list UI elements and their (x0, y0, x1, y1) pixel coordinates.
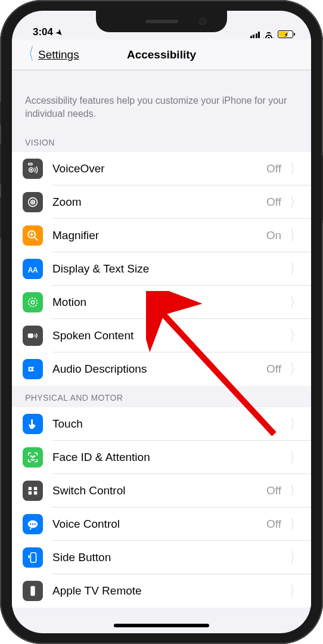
svg-rect-21 (29, 491, 32, 495)
chevron-right-icon: 〉 (290, 360, 299, 379)
settings-list: Touch〉Face ID & Attention〉Switch Control… (12, 407, 311, 608)
svg-point-17 (31, 456, 32, 457)
row-label: Magnifier (52, 229, 266, 242)
settings-row[interactable]: Switch ControlOff〉 (12, 474, 311, 507)
volume-down-button (0, 197, 1, 239)
switch-icon (23, 481, 43, 501)
settings-row[interactable]: Voice ControlOff〉 (12, 507, 311, 541)
row-label: Side Button (52, 551, 287, 564)
row-label: Display & Text Size (52, 262, 287, 275)
settings-row[interactable]: Spoken Content〉 (12, 319, 311, 352)
settings-row[interactable]: Motion〉 (12, 286, 311, 319)
row-value: Off (266, 518, 281, 531)
svg-text:A: A (33, 266, 38, 274)
row-value: Off (266, 363, 281, 376)
chevron-right-icon: 〉 (290, 548, 299, 567)
svg-rect-27 (30, 553, 36, 563)
chevron-right-icon: 〉 (290, 226, 299, 245)
settings-row[interactable]: Audio DescriptionsOff〉 (12, 352, 311, 386)
settings-row[interactable]: Side Button〉 (12, 541, 311, 574)
row-value: Off (266, 484, 281, 497)
chevron-right-icon: 〉 (290, 481, 299, 500)
settings-row[interactable]: AADisplay & Text Size〉 (12, 252, 311, 286)
chevron-right-icon: 〉 (290, 259, 299, 278)
scroll-content[interactable]: Accessibility features help you customiz… (12, 70, 311, 633)
row-label: Zoom (52, 196, 266, 209)
row-label: Touch (52, 417, 287, 431)
svg-rect-0 (29, 163, 32, 165)
settings-row[interactable]: VoiceOverOff〉 (12, 152, 311, 185)
row-label: Audio Descriptions (52, 363, 266, 376)
page-description: Accessibility features help you customiz… (12, 70, 311, 131)
chevron-right-icon: 〉 (290, 448, 299, 467)
speaker (145, 20, 178, 23)
chevron-right-icon: 〉 (290, 293, 299, 312)
page-title: Accessibility (127, 48, 196, 61)
voicectl-icon (23, 514, 43, 534)
svg-rect-29 (30, 586, 35, 596)
chevron-right-icon: 〉 (290, 515, 299, 534)
navigation-bar: 〈 Settings Accessibility (12, 39, 311, 70)
motion-icon (23, 292, 43, 312)
settings-row[interactable]: Apple TV Remote〉 (12, 574, 311, 608)
svg-rect-22 (34, 491, 38, 495)
back-button[interactable]: 〈 Settings (20, 48, 79, 61)
zoom-icon (23, 192, 43, 212)
voiceover-icon (23, 159, 43, 179)
row-label: Motion (52, 296, 287, 309)
chevron-right-icon: 〉 (290, 193, 299, 212)
spoken-icon (23, 326, 43, 346)
row-label: VoiceOver (52, 162, 266, 175)
location-icon: ➤ (54, 27, 65, 38)
settings-row[interactable]: ZoomOff〉 (12, 185, 311, 219)
front-camera (199, 18, 206, 25)
screen: 3:04 ➤ ⚡︎ 〈 Settings Accessibility Acces… (12, 11, 311, 633)
svg-point-5 (32, 202, 33, 203)
chevron-right-icon: 〉 (290, 414, 299, 434)
phone-frame: 3:04 ➤ ⚡︎ 〈 Settings Accessibility Acces… (0, 0, 323, 644)
cellular-signal-icon (250, 31, 260, 38)
settings-row[interactable]: MagnifierOn〉 (12, 219, 311, 252)
row-value: On (266, 229, 281, 242)
touch-icon (23, 414, 43, 434)
home-indicator[interactable] (114, 624, 209, 627)
chevron-right-icon: 〉 (290, 326, 299, 345)
row-value: Off (266, 162, 281, 175)
svg-point-18 (34, 456, 35, 457)
row-label: Spoken Content (52, 329, 287, 342)
chevron-right-icon: 〉 (290, 581, 299, 600)
back-label: Settings (38, 48, 79, 61)
sidebtn-icon (23, 547, 43, 568)
volume-up-button (0, 143, 1, 185)
magnifier-icon (23, 225, 43, 246)
faceid-icon (23, 447, 43, 467)
svg-point-2 (30, 169, 32, 171)
svg-point-12 (29, 298, 38, 307)
battery-icon: ⚡︎ (278, 30, 293, 38)
row-label: Switch Control (52, 484, 266, 497)
row-label: Apple TV Remote (52, 584, 287, 597)
svg-point-13 (31, 301, 35, 304)
row-label: Face ID & Attention (52, 451, 287, 464)
svg-rect-20 (34, 487, 38, 491)
svg-point-26 (34, 524, 35, 525)
wifi-icon (263, 30, 274, 38)
audiodesc-icon (23, 359, 43, 379)
status-time: 3:04 (33, 26, 53, 38)
ringer-switch (0, 101, 1, 125)
notch (96, 11, 227, 32)
section-header: VISION (12, 131, 311, 152)
row-label: Voice Control (52, 518, 266, 531)
settings-list: VoiceOverOff〉ZoomOff〉MagnifierOn〉AADispl… (12, 152, 311, 386)
row-value: Off (266, 196, 281, 209)
section-header: PHYSICAL AND MOTOR (12, 386, 311, 407)
textsize-icon: AA (23, 259, 43, 279)
svg-point-16 (33, 368, 35, 370)
svg-point-25 (32, 524, 33, 525)
atv-icon (23, 581, 43, 601)
settings-row[interactable]: Touch〉 (12, 407, 311, 441)
svg-rect-19 (29, 487, 32, 491)
svg-point-15 (30, 368, 32, 370)
settings-row[interactable]: Face ID & Attention〉 (12, 441, 311, 474)
svg-line-7 (35, 237, 38, 241)
